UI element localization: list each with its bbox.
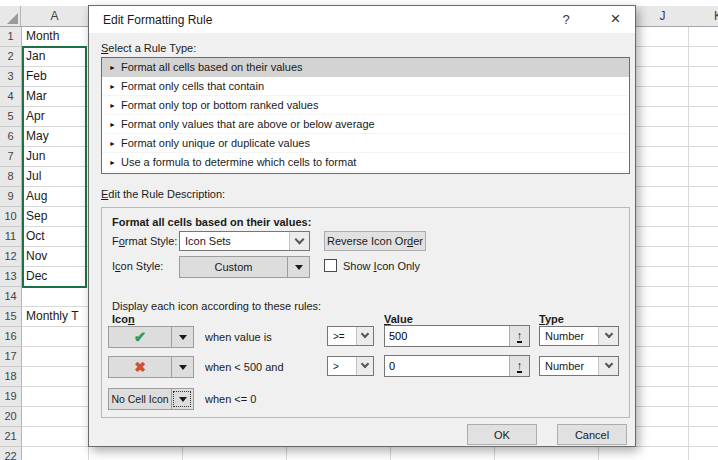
- select-all-button[interactable]: [0, 6, 21, 26]
- cell[interactable]: Dec: [22, 267, 88, 287]
- collapse-dialog-button[interactable]: ↑: [509, 326, 529, 346]
- sheet-row: 15 Monthly T: [0, 307, 88, 327]
- cell[interactable]: Jan: [22, 47, 88, 67]
- cell[interactable]: [22, 367, 88, 387]
- cell[interactable]: [22, 387, 88, 407]
- cell[interactable]: Jul: [22, 167, 88, 187]
- cell[interactable]: [22, 287, 88, 307]
- cell[interactable]: Jun: [22, 147, 88, 167]
- rule-bullet-icon: ►: [109, 153, 116, 172]
- collapse-dialog-button[interactable]: ↑: [509, 356, 529, 376]
- row-header[interactable]: 21: [0, 427, 22, 447]
- cell[interactable]: May: [22, 127, 88, 147]
- type-column-header: Type: [539, 313, 564, 325]
- row-header[interactable]: 9: [0, 187, 22, 207]
- rule-type-item-label: Format only cells that contain: [121, 80, 264, 92]
- row-header[interactable]: 17: [0, 347, 22, 367]
- row-header[interactable]: 8: [0, 167, 22, 187]
- dialog-titlebar: Edit Formatting Rule ? ×: [89, 6, 635, 33]
- chevron-down-icon: [289, 232, 309, 250]
- sheet-row: 12 Nov: [0, 247, 88, 267]
- row-header[interactable]: 18: [0, 367, 22, 387]
- no-cell-icon-label: No Cell Icon: [109, 389, 171, 409]
- format-style-value: Icon Sets: [180, 235, 289, 247]
- cell[interactable]: Monthly T: [22, 307, 88, 327]
- cell[interactable]: Month: [22, 27, 88, 47]
- cell[interactable]: Oct: [22, 227, 88, 247]
- value-input-row2[interactable]: [385, 356, 509, 376]
- rule-description-groupbox: Format all cells based on their values: …: [101, 207, 630, 418]
- row-header[interactable]: 1: [0, 27, 22, 47]
- value-input-row1[interactable]: [385, 326, 509, 346]
- column-header-k[interactable]: K: [688, 6, 718, 26]
- operator-dropdown-row2[interactable]: >: [327, 356, 374, 376]
- cell[interactable]: [22, 447, 88, 460]
- sheet-row: 13 Dec: [0, 267, 88, 287]
- row-header[interactable]: 4: [0, 87, 22, 107]
- cell[interactable]: Apr: [22, 107, 88, 127]
- type-dropdown-row1[interactable]: Number: [539, 326, 619, 346]
- cell[interactable]: [22, 327, 88, 347]
- icon-dropdown-row3[interactable]: No Cell Icon: [108, 388, 194, 410]
- cancel-button[interactable]: Cancel: [557, 424, 627, 445]
- column-header-a[interactable]: A: [22, 6, 87, 26]
- sheet-row: 18: [0, 367, 88, 387]
- icon-dropdown-row1[interactable]: ✔: [108, 326, 194, 348]
- row-header[interactable]: 15: [0, 307, 22, 327]
- icon-dropdown-row2[interactable]: ✖: [108, 356, 194, 378]
- ok-button[interactable]: OK: [467, 424, 537, 445]
- icon-style-dropdown[interactable]: Custom: [179, 256, 310, 278]
- icon-style-value: Custom: [180, 257, 287, 277]
- row-header[interactable]: 5: [0, 107, 22, 127]
- row-header[interactable]: 10: [0, 207, 22, 227]
- close-button[interactable]: ×: [595, 6, 636, 33]
- value-column-header: Value: [384, 313, 413, 325]
- sheet-row: 19: [0, 387, 88, 407]
- row-header[interactable]: 20: [0, 407, 22, 427]
- cell[interactable]: [22, 427, 88, 447]
- rule-type-item[interactable]: ► Use a formula to determine which cells…: [102, 153, 629, 172]
- row-header[interactable]: 6: [0, 127, 22, 147]
- row-header[interactable]: 22: [0, 447, 22, 460]
- cell[interactable]: Sep: [22, 207, 88, 227]
- rule-type-item[interactable]: ► Format all cells based on their values: [102, 58, 629, 77]
- row-header[interactable]: 7: [0, 147, 22, 167]
- rule-type-item-label: Use a formula to determine which cells t…: [121, 156, 356, 168]
- cell[interactable]: Mar: [22, 87, 88, 107]
- row-header[interactable]: 13: [0, 267, 22, 287]
- rule-type-item-label: Format all cells based on their values: [121, 61, 303, 73]
- row-header[interactable]: 16: [0, 327, 22, 347]
- show-icon-only-checkbox[interactable]: [324, 259, 337, 272]
- cell[interactable]: Feb: [22, 67, 88, 87]
- rule-type-listbox[interactable]: ► Format all cells based on their values…: [101, 57, 630, 174]
- column-header-j[interactable]: J: [637, 6, 688, 26]
- sheet-row: 14: [0, 287, 88, 307]
- sheet-row: 1 Month: [0, 27, 88, 47]
- row-header[interactable]: 2: [0, 47, 22, 67]
- section-heading: Format all cells based on their values:: [112, 216, 311, 228]
- operator-dropdown-row1[interactable]: >=: [327, 326, 374, 346]
- type-dropdown-row2[interactable]: Number: [539, 356, 619, 376]
- rule-bullet-icon: ►: [109, 58, 116, 77]
- sheet-row: 3 Feb: [0, 67, 88, 87]
- reverse-icon-order-button[interactable]: Reverse Icon Order: [324, 231, 426, 251]
- sheet-row: 11 Oct: [0, 227, 88, 247]
- cell[interactable]: Aug: [22, 187, 88, 207]
- rule-type-item[interactable]: ► Format only values that are above or b…: [102, 115, 629, 134]
- format-style-dropdown[interactable]: Icon Sets: [179, 231, 310, 251]
- row-header[interactable]: 12: [0, 247, 22, 267]
- row-header[interactable]: 19: [0, 387, 22, 407]
- cell[interactable]: [22, 407, 88, 427]
- collapse-arrow-icon: ↑: [517, 330, 523, 343]
- cell[interactable]: [22, 347, 88, 367]
- rule-bullet-icon: ►: [109, 96, 116, 115]
- row-header[interactable]: 11: [0, 227, 22, 247]
- rule-type-item[interactable]: ► Format only cells that contain: [102, 77, 629, 96]
- rule-type-item[interactable]: ► Format only unique or duplicate values: [102, 134, 629, 153]
- green-check-icon: ✔: [134, 328, 147, 346]
- row-header[interactable]: 14: [0, 287, 22, 307]
- help-button[interactable]: ?: [551, 6, 581, 33]
- row-header[interactable]: 3: [0, 67, 22, 87]
- cell[interactable]: Nov: [22, 247, 88, 267]
- rule-type-item[interactable]: ► Format only top or bottom ranked value…: [102, 96, 629, 115]
